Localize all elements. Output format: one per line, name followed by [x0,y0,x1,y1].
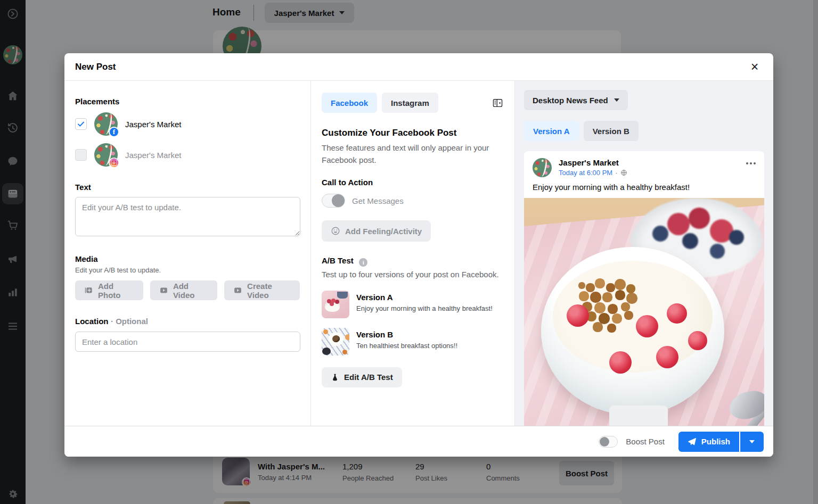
network-tabs: Facebook Instagram [322,93,504,113]
get-messages-toggle[interactable] [322,194,345,208]
new-post-modal: New Post × Placements f Jasper's Market [64,53,773,457]
post-preview-card: Jasper's Market Today at 6:00 PM · Enjoy… [524,151,764,426]
media-heading: Media [75,254,300,263]
avatar [94,143,118,167]
modal-body: Placements f Jasper's Market Jasper' [64,81,773,426]
version-b-thumbnail [322,328,349,356]
preview-image [524,198,764,426]
cta-toggle-row: Get Messages [322,194,504,208]
modal-footer: Boost Post Publish [64,426,773,457]
chevron-down-icon [749,440,755,443]
smiley-icon [331,226,340,236]
avatar [533,158,552,177]
add-video-button[interactable]: Add Video [150,280,217,300]
preview-panel: Desktop News Feed Version A Version B Ja… [515,81,773,426]
photo-icon [84,285,93,295]
checkbox-unchecked-icon[interactable] [75,149,87,161]
version-a-row[interactable]: Version A Enjoy your morning with a heal… [322,291,504,318]
post-timestamp: Today at 6:00 PM · [559,169,627,177]
instagram-badge-icon [109,158,119,168]
video-icon [159,285,168,295]
compose-column: Placements f Jasper's Market Jasper' [64,81,311,426]
preview-version-tabs: Version A Version B [524,121,764,141]
version-text: Enjoy your morning with a healthy breakf… [356,304,493,312]
close-icon[interactable]: × [747,59,763,75]
post-text-input[interactable] [75,197,300,236]
video-icon [233,285,242,295]
post-page-name: Jasper's Market [559,158,627,167]
more-options-icon[interactable] [746,158,756,164]
info-icon[interactable]: i [359,258,367,267]
tab-facebook[interactable]: Facebook [322,93,377,113]
version-b-row[interactable]: Version B Ten healthiest breakfast optio… [322,328,504,356]
modal-title: New Post [75,62,116,72]
ab-test-description: Test up to four versions of your post on… [322,269,504,281]
ab-test-heading-row: A/B Test i [322,256,504,267]
location-input[interactable] [75,332,300,352]
edit-ab-test-button[interactable]: Edit A/B Test [322,367,402,387]
collapse-panel-icon[interactable] [491,96,504,109]
toggle-label: Get Messages [352,196,404,205]
globe-icon [620,169,627,176]
post-header: Jasper's Market Today at 6:00 PM · [524,151,764,181]
device-selector-button[interactable]: Desktop News Feed [524,90,628,110]
checkbox-checked-icon[interactable] [75,118,87,130]
facebook-badge-icon: f [109,127,119,137]
customize-column: Facebook Instagram Customize Your Facebo… [311,81,515,426]
tab-instagram[interactable]: Instagram [382,93,438,113]
tab-version-a[interactable]: Version A [524,121,579,141]
placement-facebook-row[interactable]: f Jasper's Market [75,111,300,137]
text-heading: Text [75,183,300,192]
tab-version-b[interactable]: Version B [584,121,639,141]
add-photo-button[interactable]: Add Photo [75,280,143,300]
chevron-down-icon [614,98,619,102]
create-video-button[interactable]: Create Video [224,280,300,300]
cta-heading: Call to Action [322,178,504,187]
avatar: f [94,112,118,136]
media-hint: Edit your A/B test to update. [75,266,300,274]
screen: Home Jasper's Market With Jasper's M... … [0,0,818,504]
publish-button-group: Publish [678,432,764,452]
flask-icon [331,373,339,382]
placement-name: Jasper's Market [125,120,181,129]
send-plane-icon [688,437,697,446]
customize-heading: Customize Your Facebook Post [322,128,504,138]
placement-instagram-row[interactable]: Jasper's Market [75,142,300,168]
location-heading: Location · Optional [75,317,300,326]
modal-header: New Post × [64,53,773,81]
placement-name: Jasper's Market [125,151,181,160]
add-feeling-activity-button[interactable]: Add Feeling/Activity [322,220,431,242]
version-name: Version B [356,330,457,339]
version-a-thumbnail [322,291,349,318]
post-message: Enjoy your morning with a healthy breakf… [524,181,764,198]
media-buttons: Add Photo Add Video Create Video [75,280,300,300]
publish-button[interactable]: Publish [678,432,739,452]
version-text: Ten healthiest breakfast options!! [356,342,457,350]
placements-heading: Placements [75,97,300,106]
customize-description: These features and text will only appear… [322,142,504,166]
publish-dropdown-button[interactable] [740,432,764,452]
version-name: Version A [356,293,493,302]
ab-test-heading: A/B Test [322,256,354,265]
boost-post-toggle[interactable] [599,436,618,448]
boost-post-label: Boost Post [626,437,665,446]
